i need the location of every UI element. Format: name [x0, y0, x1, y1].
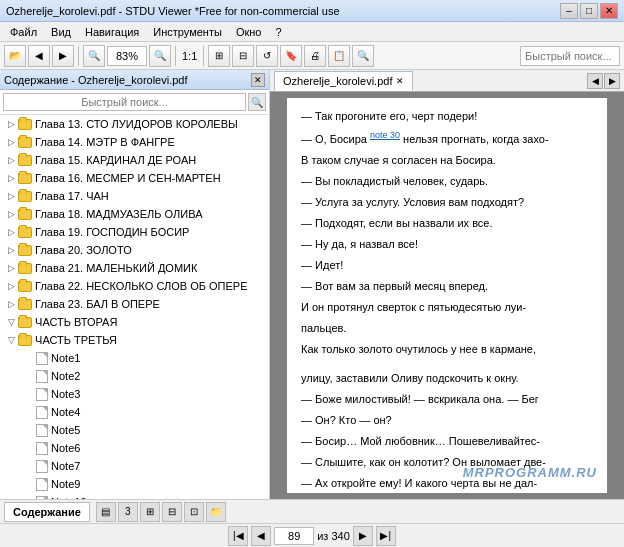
- nav-total-label: 340: [331, 530, 349, 542]
- status-icon-btn-2[interactable]: 3: [118, 502, 138, 522]
- tree-item-note1[interactable]: Note1: [0, 349, 269, 367]
- page-icon-note4: [36, 406, 48, 419]
- status-icon-btn-6[interactable]: 📁: [206, 502, 226, 522]
- toolbar-back-button[interactable]: ◀: [28, 45, 50, 67]
- pdf-gap: [301, 362, 593, 370]
- tree-item-note6[interactable]: Note6: [0, 439, 269, 457]
- tree-item-note5[interactable]: Note5: [0, 421, 269, 439]
- status-icon-btn-4[interactable]: ⊟: [162, 502, 182, 522]
- folder-icon-ch20: [18, 245, 32, 256]
- tree-item-part3[interactable]: ▽ ЧАСТЬ ТРЕТЬЯ: [0, 331, 269, 349]
- expander-ch13: ▷: [4, 119, 18, 129]
- menu-tools[interactable]: Инструменты: [147, 24, 228, 40]
- expander-part2: ▽: [4, 317, 18, 327]
- status-icon-btn-5[interactable]: ⊡: [184, 502, 204, 522]
- tree-item-note3[interactable]: Note3: [0, 385, 269, 403]
- menu-navigation[interactable]: Навигация: [79, 24, 145, 40]
- pdf-tab-label: Ozherelje_korolevi.pdf: [283, 75, 392, 87]
- pdf-tab-close-icon[interactable]: ✕: [396, 76, 404, 86]
- tree-item-ch14[interactable]: ▷ Глава 14. МЭТР В ФАНГРЕ: [0, 133, 269, 151]
- tree-label-part3: ЧАСТЬ ТРЕТЬЯ: [35, 334, 117, 346]
- tree-item-note2[interactable]: Note2: [0, 367, 269, 385]
- tree-item-ch17[interactable]: ▷ Глава 17. ЧАН: [0, 187, 269, 205]
- panel-search-input[interactable]: [3, 93, 246, 111]
- pdf-line-3: В таком случае я согласен на Босира.: [301, 152, 593, 169]
- tree-item-ch15[interactable]: ▷ Глава 15. КАРДИНАЛ ДЕ РОАН: [0, 151, 269, 169]
- tree-item-ch21[interactable]: ▷ Глава 21. МАЛЕНЬКИЙ ДОМИК: [0, 259, 269, 277]
- tree-item-ch18[interactable]: ▷ Глава 18. МАДМУАЗЕЛЬ ОЛИВА: [0, 205, 269, 223]
- expander-note7: [4, 461, 18, 471]
- tree-item-note10[interactable]: Note10: [0, 493, 269, 499]
- toolbar-open-button[interactable]: 📂: [4, 45, 26, 67]
- toolbar-find-button[interactable]: 🔍: [352, 45, 374, 67]
- expander-ch21: ▷: [4, 263, 18, 273]
- tree-item-ch13[interactable]: ▷ Глава 13. СТО ЛУИДОРОВ КОРОЛЕВЫ: [0, 115, 269, 133]
- toolbar-forward-button[interactable]: ▶: [52, 45, 74, 67]
- folder-icon-ch18: [18, 209, 32, 220]
- tree-view[interactable]: ▷ Глава 13. СТО ЛУИДОРОВ КОРОЛЕВЫ ▷ Глав…: [0, 115, 269, 499]
- nav-prev-button[interactable]: ◀: [251, 526, 271, 546]
- tab-nav-left-button[interactable]: ◀: [587, 73, 603, 89]
- tab-nav-right-button[interactable]: ▶: [604, 73, 620, 89]
- tree-item-note9[interactable]: Note9: [0, 475, 269, 493]
- expander-note5: [4, 425, 18, 435]
- left-panel: Содержание - Ozherelje_korolevi.pdf ✕ 🔍 …: [0, 70, 270, 499]
- menu-bar: Файл Вид Навигация Инструменты Окно ?: [0, 22, 624, 42]
- tree-item-note7[interactable]: Note7: [0, 457, 269, 475]
- status-tab-contents-label: Содержание: [13, 506, 81, 518]
- panel-search-button[interactable]: 🔍: [248, 93, 266, 111]
- menu-view[interactable]: Вид: [45, 24, 77, 40]
- minimize-button[interactable]: –: [560, 3, 578, 19]
- status-tab-contents[interactable]: Содержание: [4, 502, 90, 522]
- nav-bar: |◀ ◀ 89 из 340 ▶ ▶|: [0, 523, 624, 547]
- quick-find-input[interactable]: [520, 46, 620, 66]
- folder-icon-ch21: [18, 263, 32, 274]
- folder-icon-ch14: [18, 137, 32, 148]
- nav-first-button[interactable]: |◀: [228, 526, 248, 546]
- note-30-link[interactable]: note 30: [370, 130, 400, 140]
- zoom-input[interactable]: 83%: [107, 46, 147, 66]
- tree-item-ch20[interactable]: ▷ Глава 20. ЗОЛОТО: [0, 241, 269, 259]
- toolbar-print-button[interactable]: 🖨: [304, 45, 326, 67]
- tree-label-note10: Note10: [51, 496, 86, 499]
- status-icon-btn-3[interactable]: ⊞: [140, 502, 160, 522]
- expander-note2: [4, 371, 18, 381]
- toolbar-zoom-out-button[interactable]: 🔍: [83, 45, 105, 67]
- menu-file[interactable]: Файл: [4, 24, 43, 40]
- pdf-content[interactable]: — Так прогоните его, черт подери! — О, Б…: [270, 92, 624, 499]
- expander-ch18: ▷: [4, 209, 18, 219]
- nav-next-button[interactable]: ▶: [353, 526, 373, 546]
- toolbar-copy-button[interactable]: 📋: [328, 45, 350, 67]
- title-bar: Ozherelje_korolevi.pdf - STDU Viewer *Fr…: [0, 0, 624, 22]
- toolbar-fit-width-button[interactable]: ⊟: [232, 45, 254, 67]
- maximize-button[interactable]: □: [580, 3, 598, 19]
- tree-label-ch17: Глава 17. ЧАН: [35, 190, 109, 202]
- pdf-tab[interactable]: Ozherelje_korolevi.pdf ✕: [274, 71, 413, 91]
- expander-note3: [4, 389, 18, 399]
- close-button[interactable]: ✕: [600, 3, 618, 19]
- toolbar-zoom-in-button[interactable]: 🔍: [149, 45, 171, 67]
- pdf-line-5: — Услуга за услугу. Условия вам подходят…: [301, 194, 593, 211]
- panel-close-button[interactable]: ✕: [251, 73, 265, 87]
- tree-label-part2: ЧАСТЬ ВТОРАЯ: [35, 316, 117, 328]
- tree-item-ch16[interactable]: ▷ Глава 16. МЕСМЕР И СЕН-МАРТЕН: [0, 169, 269, 187]
- status-icon-btn-1[interactable]: ▤: [96, 502, 116, 522]
- toolbar-fit-page-button[interactable]: ⊞: [208, 45, 230, 67]
- menu-window[interactable]: Окно: [230, 24, 268, 40]
- tree-item-ch19[interactable]: ▷ Глава 19. ГОСПОДИН БОСИР: [0, 223, 269, 241]
- tree-item-note4[interactable]: Note4: [0, 403, 269, 421]
- status-page-number: 3: [125, 506, 131, 517]
- tree-item-part2[interactable]: ▽ ЧАСТЬ ВТОРАЯ: [0, 313, 269, 331]
- tree-item-ch23[interactable]: ▷ Глава 23. БАЛ В ОПЕРЕ: [0, 295, 269, 313]
- toolbar-rotate-button[interactable]: ↺: [256, 45, 278, 67]
- panel-search: 🔍: [0, 90, 269, 115]
- nav-page-input[interactable]: 89: [274, 527, 314, 545]
- tree-label-ch20: Глава 20. ЗОЛОТО: [35, 244, 132, 256]
- tree-label-note7: Note7: [51, 460, 80, 472]
- menu-help[interactable]: ?: [269, 24, 287, 40]
- tree-item-ch22[interactable]: ▷ Глава 22. НЕСКОЛЬКО СЛОВ ОБ ОПЕРЕ: [0, 277, 269, 295]
- nav-last-button[interactable]: ▶|: [376, 526, 396, 546]
- pdf-line-12: Как только золото очутилось у нее в карм…: [301, 341, 593, 358]
- tree-label-ch14: Глава 14. МЭТР В ФАНГРЕ: [35, 136, 175, 148]
- toolbar-bookmark-button[interactable]: 🔖: [280, 45, 302, 67]
